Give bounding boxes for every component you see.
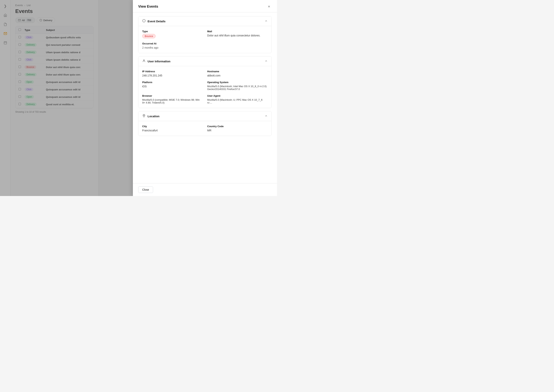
user-icon bbox=[142, 59, 146, 63]
event-details-body: Type Bounce Mail Dolor aut nihil illum q… bbox=[138, 26, 271, 53]
os-value: Mozilla/5.0 (Macintosh; Intel Mac OS X 1… bbox=[207, 85, 268, 91]
platform-label: Platform bbox=[142, 81, 203, 84]
platform-field: Platform iOS bbox=[142, 81, 203, 91]
info-icon bbox=[142, 19, 146, 23]
svg-point-10 bbox=[143, 60, 145, 61]
bounce-badge: Bounce bbox=[142, 34, 156, 38]
chevron-up-icon-user bbox=[265, 59, 268, 63]
close-button[interactable]: Close bbox=[138, 187, 153, 193]
modal-footer: Close bbox=[133, 183, 277, 196]
country-code-value: MR bbox=[207, 129, 268, 132]
hostname-value: abbott.com bbox=[207, 74, 268, 77]
user-info-title: User Information bbox=[148, 60, 170, 63]
event-fields-grid: Type Bounce Mail Dolor aut nihil illum q… bbox=[142, 30, 268, 49]
event-details-section: Event Details Type Bounce Mail bbox=[138, 16, 272, 53]
event-details-header[interactable]: Event Details bbox=[138, 16, 271, 26]
country-code-label: Country Code bbox=[207, 125, 268, 128]
city-value: Franciscafurt bbox=[142, 129, 203, 132]
location-icon bbox=[142, 114, 146, 118]
event-details-title: Event Details bbox=[148, 20, 166, 23]
location-header[interactable]: Location bbox=[138, 111, 271, 121]
chevron-up-icon-location bbox=[265, 114, 268, 118]
type-label: Type bbox=[142, 30, 203, 33]
country-code-field: Country Code MR bbox=[207, 125, 268, 132]
city-field: City Franciscafurt bbox=[142, 125, 203, 132]
city-label: City bbox=[142, 125, 203, 128]
ip-address-value: 248.178.201.245 bbox=[142, 74, 203, 77]
location-body: City Franciscafurt Country Code MR bbox=[138, 121, 271, 136]
location-section: Location City Franciscafurt Country Code… bbox=[138, 111, 272, 136]
user-info-header[interactable]: User Information bbox=[138, 56, 271, 66]
user-fields-grid: IP Address 248.178.201.245 Hostname abbo… bbox=[142, 70, 268, 104]
user-agent-value: Mozilla/5.0 (Macintosh; U; PPC Mac OS X … bbox=[207, 98, 268, 104]
svg-point-11 bbox=[144, 115, 144, 116]
chevron-up-icon bbox=[265, 20, 268, 23]
occurred-at-label: Occurred At bbox=[142, 42, 203, 45]
modal-title: View Events bbox=[138, 5, 158, 9]
hostname-field: Hostname abbott.com bbox=[207, 70, 268, 77]
platform-value: iOS bbox=[142, 85, 203, 88]
user-information-section: User Information IP Address 248.178.201.… bbox=[138, 56, 272, 108]
user-agent-field: User Agent Mozilla/5.0 (Macintosh; U; PP… bbox=[207, 94, 268, 104]
modal-close-button[interactable]: × bbox=[266, 4, 272, 9]
modal-header: View Events × bbox=[133, 0, 277, 12]
type-field: Type Bounce bbox=[142, 30, 203, 38]
type-value: Bounce bbox=[142, 34, 203, 38]
browser-field: Browser Mozilla/5.0 (compatible; MSIE 7.… bbox=[142, 94, 203, 104]
user-agent-label: User Agent bbox=[207, 94, 268, 97]
os-field: Operating System Mozilla/5.0 (Macintosh;… bbox=[207, 81, 268, 91]
location-title: Location bbox=[148, 115, 159, 118]
view-events-modal: View Events × Event Details Type bbox=[133, 0, 277, 196]
os-label: Operating System bbox=[207, 81, 268, 84]
browser-label: Browser bbox=[142, 94, 203, 97]
mail-value: Dolor aut nihil illum quia consectetur d… bbox=[207, 34, 268, 37]
user-info-body: IP Address 248.178.201.245 Hostname abbo… bbox=[138, 66, 271, 108]
occurred-at-value: 2 months ago bbox=[142, 46, 203, 49]
occurred-at-field: Occurred At 2 months ago bbox=[142, 42, 203, 49]
browser-value: Mozilla/5.0 (compatible; MSIE 7.0; Windo… bbox=[142, 98, 203, 104]
hostname-label: Hostname bbox=[207, 70, 268, 73]
mail-label: Mail bbox=[207, 30, 268, 33]
location-fields-grid: City Franciscafurt Country Code MR bbox=[142, 125, 268, 132]
ip-address-label: IP Address bbox=[142, 70, 203, 73]
ip-address-field: IP Address 248.178.201.245 bbox=[142, 70, 203, 77]
mail-field: Mail Dolor aut nihil illum quia consecte… bbox=[207, 30, 268, 38]
modal-body: Event Details Type Bounce Mail bbox=[133, 12, 277, 183]
